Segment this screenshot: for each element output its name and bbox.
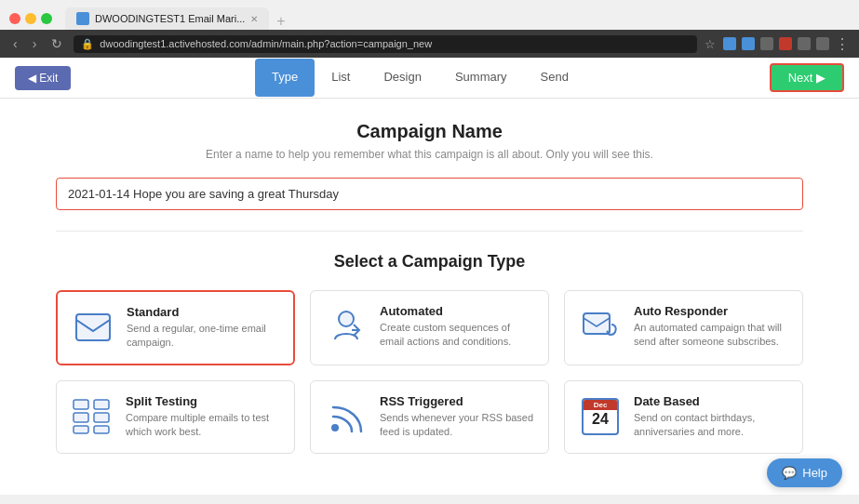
back-button[interactable]: ‹ (9, 34, 21, 53)
traffic-lights (9, 13, 52, 24)
help-label: Help (802, 466, 827, 480)
main-content: Campaign Name Enter a name to help you r… (0, 99, 859, 495)
reload-button[interactable]: ↻ (47, 34, 66, 53)
next-button[interactable]: Next ▶ (770, 63, 844, 92)
standard-text: Standard Send a regular, one-time email … (127, 305, 280, 351)
calendar-visual: Dec 24 (582, 398, 619, 435)
maximize-button[interactable] (41, 13, 52, 24)
standard-desc: Send a regular, one-time email campaign. (127, 322, 280, 351)
autoresponder-title: Auto Responder (634, 304, 789, 318)
browser-chrome: DWOODINGTEST1 Email Mari... ✕ + ‹ › ↻ 🔒 … (0, 0, 859, 58)
automated-text: Automated Create custom sequences of ema… (380, 304, 535, 350)
new-tab-button[interactable]: + (269, 13, 292, 30)
campaign-type-datebased[interactable]: Dec 24 Date Based Send on contact birthd… (564, 380, 803, 454)
extension-icon-6[interactable] (816, 37, 829, 50)
exit-button[interactable]: ◀ Exit (15, 66, 71, 90)
tab-close-icon[interactable]: ✕ (250, 14, 258, 24)
rss-title: RSS Triggered (380, 394, 535, 408)
minimize-button[interactable] (25, 13, 36, 24)
split-text: Split Testing Compare multiple emails to… (126, 394, 281, 440)
campaign-type-rss[interactable]: RSS Triggered Sends whenever your RSS ba… (310, 380, 549, 454)
tab-list[interactable]: List (315, 59, 367, 97)
address-text: dwoodingtest1.activehosted.com/admin/mai… (100, 38, 432, 49)
autoresponder-desc: An automated campaign that will send aft… (634, 321, 789, 350)
split-icon (70, 394, 114, 439)
help-button-container: 💬 Help (767, 458, 842, 487)
svg-rect-5 (584, 313, 610, 334)
menu-icon[interactable]: ⋮ (835, 35, 850, 53)
tab-title: DWOODINGTEST1 Email Mari... (95, 13, 245, 24)
campaign-type-standard[interactable]: Standard Send a regular, one-time email … (56, 290, 295, 365)
datebased-desc: Send on contact birthdays, anniversaries… (634, 411, 789, 440)
toolbar-icons: ☆ ⋮ (705, 35, 850, 53)
section-divider (56, 231, 803, 232)
app-header: ◀ Exit Type List Design Summary Send Nex… (0, 58, 859, 99)
rss-text: RSS Triggered Sends whenever your RSS ba… (380, 394, 535, 440)
close-button[interactable] (9, 13, 20, 24)
svg-rect-7 (74, 413, 88, 422)
split-title: Split Testing (126, 394, 281, 408)
help-button[interactable]: 💬 Help (767, 458, 842, 487)
tab-send[interactable]: Send (524, 59, 585, 97)
wizard-nav: Type List Design Summary Send (255, 59, 585, 97)
svg-rect-8 (74, 426, 88, 433)
campaign-name-title: Campaign Name (56, 121, 803, 142)
automated-desc: Create custom sequences of email actions… (380, 321, 535, 350)
datebased-icon: Dec 24 (578, 394, 623, 439)
datebased-title: Date Based (634, 394, 789, 408)
bookmark-icon[interactable]: ☆ (705, 37, 718, 50)
extension-icon-4[interactable] (779, 37, 792, 50)
campaign-name-input[interactable] (56, 178, 803, 210)
calendar-month: Dec (584, 400, 617, 410)
svg-rect-11 (94, 426, 109, 433)
svg-rect-0 (76, 314, 110, 340)
autoresponder-text: Auto Responder An automated campaign tha… (634, 304, 789, 350)
svg-point-3 (339, 312, 354, 326)
extension-icon-3[interactable] (760, 37, 773, 50)
datebased-text: Date Based Send on contact birthdays, an… (634, 394, 789, 440)
rss-desc: Sends whenever your RSS based feed is up… (380, 411, 535, 440)
extension-icon-5[interactable] (798, 37, 811, 50)
svg-rect-9 (94, 400, 109, 409)
autoresponder-icon (578, 304, 623, 349)
browser-toolbar: ‹ › ↻ 🔒 dwoodingtest1.activehosted.com/a… (0, 30, 859, 58)
titlebar: DWOODINGTEST1 Email Mari... ✕ + (0, 0, 859, 30)
campaign-type-automated[interactable]: Automated Create custom sequences of ema… (310, 290, 549, 365)
active-tab[interactable]: DWOODINGTEST1 Email Mari... ✕ (65, 7, 269, 30)
svg-rect-6 (74, 400, 88, 409)
calendar-day: 24 (592, 410, 609, 427)
address-bar[interactable]: 🔒 dwoodingtest1.activehosted.com/admin/m… (74, 35, 697, 53)
rss-icon (324, 394, 369, 439)
help-icon: 💬 (782, 466, 797, 480)
tab-summary[interactable]: Summary (438, 59, 524, 97)
campaign-types-grid: Standard Send a regular, one-time email … (56, 290, 803, 454)
lock-icon: 🔒 (81, 38, 94, 50)
app-container: ◀ Exit Type List Design Summary Send Nex… (0, 58, 859, 495)
svg-point-12 (331, 424, 339, 431)
automated-icon (324, 304, 369, 349)
tab-favicon (76, 12, 89, 25)
automated-title: Automated (380, 304, 535, 318)
standard-title: Standard (127, 305, 280, 319)
forward-button[interactable]: › (29, 34, 41, 53)
campaign-type-split[interactable]: Split Testing Compare multiple emails to… (56, 380, 295, 454)
tab-type[interactable]: Type (255, 59, 315, 97)
split-desc: Compare multiple emails to test which wo… (126, 411, 281, 440)
tab-design[interactable]: Design (367, 59, 437, 97)
campaign-type-autoresponder[interactable]: Auto Responder An automated campaign tha… (564, 290, 803, 365)
tabs-bar: DWOODINGTEST1 Email Mari... ✕ + (65, 7, 293, 30)
standard-icon (71, 305, 115, 350)
select-type-title: Select a Campaign Type (56, 252, 803, 272)
extension-icon-1[interactable] (723, 37, 736, 50)
svg-rect-10 (94, 413, 109, 422)
campaign-name-subtitle: Enter a name to help you remember what t… (56, 148, 803, 161)
extension-icon-2[interactable] (742, 37, 755, 50)
